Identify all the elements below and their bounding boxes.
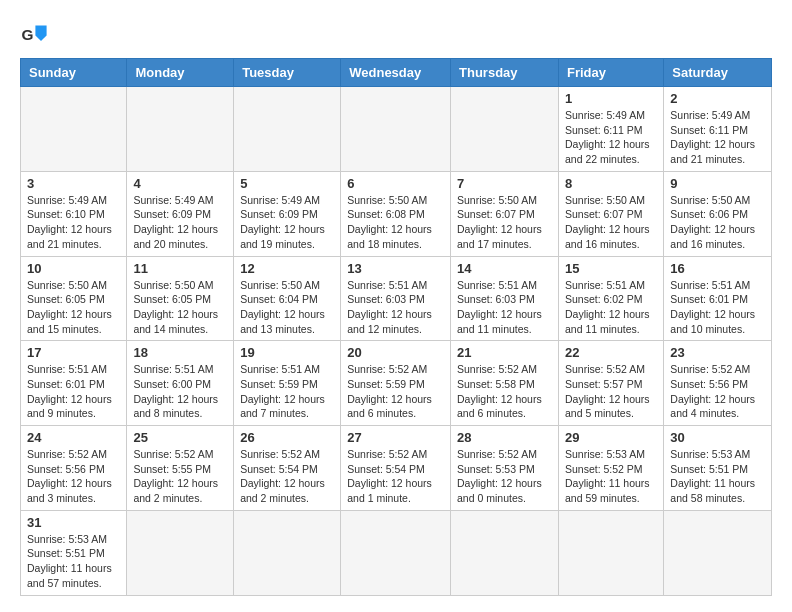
- day-info: Sunrise: 5:52 AM Sunset: 5:56 PM Dayligh…: [670, 362, 765, 421]
- calendar-cell: 27Sunrise: 5:52 AM Sunset: 5:54 PM Dayli…: [341, 426, 451, 511]
- calendar-week-row: 3Sunrise: 5:49 AM Sunset: 6:10 PM Daylig…: [21, 171, 772, 256]
- weekday-header-saturday: Saturday: [664, 59, 772, 87]
- calendar-cell: 1Sunrise: 5:49 AM Sunset: 6:11 PM Daylig…: [558, 87, 663, 172]
- calendar-cell: 24Sunrise: 5:52 AM Sunset: 5:56 PM Dayli…: [21, 426, 127, 511]
- day-number: 30: [670, 430, 765, 445]
- day-number: 29: [565, 430, 657, 445]
- day-info: Sunrise: 5:49 AM Sunset: 6:09 PM Dayligh…: [133, 193, 227, 252]
- calendar-week-row: 10Sunrise: 5:50 AM Sunset: 6:05 PM Dayli…: [21, 256, 772, 341]
- calendar-cell: 8Sunrise: 5:50 AM Sunset: 6:07 PM Daylig…: [558, 171, 663, 256]
- calendar-cell: 20Sunrise: 5:52 AM Sunset: 5:59 PM Dayli…: [341, 341, 451, 426]
- day-number: 1: [565, 91, 657, 106]
- calendar-cell: [341, 510, 451, 595]
- calendar-week-row: 24Sunrise: 5:52 AM Sunset: 5:56 PM Dayli…: [21, 426, 772, 511]
- day-info: Sunrise: 5:51 AM Sunset: 6:01 PM Dayligh…: [27, 362, 120, 421]
- calendar-cell: 3Sunrise: 5:49 AM Sunset: 6:10 PM Daylig…: [21, 171, 127, 256]
- day-number: 4: [133, 176, 227, 191]
- day-number: 22: [565, 345, 657, 360]
- calendar-cell: 31Sunrise: 5:53 AM Sunset: 5:51 PM Dayli…: [21, 510, 127, 595]
- calendar-cell: 9Sunrise: 5:50 AM Sunset: 6:06 PM Daylig…: [664, 171, 772, 256]
- day-number: 7: [457, 176, 552, 191]
- day-number: 19: [240, 345, 334, 360]
- day-number: 12: [240, 261, 334, 276]
- calendar-cell: 25Sunrise: 5:52 AM Sunset: 5:55 PM Dayli…: [127, 426, 234, 511]
- day-info: Sunrise: 5:50 AM Sunset: 6:04 PM Dayligh…: [240, 278, 334, 337]
- calendar-cell: 13Sunrise: 5:51 AM Sunset: 6:03 PM Dayli…: [341, 256, 451, 341]
- day-info: Sunrise: 5:52 AM Sunset: 5:56 PM Dayligh…: [27, 447, 120, 506]
- calendar-cell: 29Sunrise: 5:53 AM Sunset: 5:52 PM Dayli…: [558, 426, 663, 511]
- day-number: 27: [347, 430, 444, 445]
- svg-marker-1: [35, 26, 46, 41]
- day-info: Sunrise: 5:51 AM Sunset: 6:03 PM Dayligh…: [347, 278, 444, 337]
- day-info: Sunrise: 5:52 AM Sunset: 5:54 PM Dayligh…: [240, 447, 334, 506]
- day-number: 18: [133, 345, 227, 360]
- day-info: Sunrise: 5:51 AM Sunset: 6:01 PM Dayligh…: [670, 278, 765, 337]
- calendar-cell: [234, 510, 341, 595]
- calendar-cell: 26Sunrise: 5:52 AM Sunset: 5:54 PM Dayli…: [234, 426, 341, 511]
- weekday-header-tuesday: Tuesday: [234, 59, 341, 87]
- calendar-cell: [664, 510, 772, 595]
- day-info: Sunrise: 5:51 AM Sunset: 6:00 PM Dayligh…: [133, 362, 227, 421]
- day-info: Sunrise: 5:49 AM Sunset: 6:11 PM Dayligh…: [670, 108, 765, 167]
- calendar-week-row: 1Sunrise: 5:49 AM Sunset: 6:11 PM Daylig…: [21, 87, 772, 172]
- day-info: Sunrise: 5:52 AM Sunset: 5:58 PM Dayligh…: [457, 362, 552, 421]
- day-number: 26: [240, 430, 334, 445]
- day-number: 10: [27, 261, 120, 276]
- day-info: Sunrise: 5:51 AM Sunset: 6:03 PM Dayligh…: [457, 278, 552, 337]
- day-number: 16: [670, 261, 765, 276]
- day-info: Sunrise: 5:50 AM Sunset: 6:06 PM Dayligh…: [670, 193, 765, 252]
- day-number: 20: [347, 345, 444, 360]
- day-info: Sunrise: 5:52 AM Sunset: 5:57 PM Dayligh…: [565, 362, 657, 421]
- weekday-header-sunday: Sunday: [21, 59, 127, 87]
- day-number: 3: [27, 176, 120, 191]
- day-number: 28: [457, 430, 552, 445]
- calendar-table: SundayMondayTuesdayWednesdayThursdayFrid…: [20, 58, 772, 596]
- calendar-cell: 21Sunrise: 5:52 AM Sunset: 5:58 PM Dayli…: [451, 341, 559, 426]
- calendar-cell: 30Sunrise: 5:53 AM Sunset: 5:51 PM Dayli…: [664, 426, 772, 511]
- day-info: Sunrise: 5:52 AM Sunset: 5:54 PM Dayligh…: [347, 447, 444, 506]
- calendar-week-row: 17Sunrise: 5:51 AM Sunset: 6:01 PM Dayli…: [21, 341, 772, 426]
- calendar-cell: 12Sunrise: 5:50 AM Sunset: 6:04 PM Dayli…: [234, 256, 341, 341]
- calendar-cell: 6Sunrise: 5:50 AM Sunset: 6:08 PM Daylig…: [341, 171, 451, 256]
- day-number: 31: [27, 515, 120, 530]
- day-info: Sunrise: 5:50 AM Sunset: 6:05 PM Dayligh…: [27, 278, 120, 337]
- calendar-cell: 22Sunrise: 5:52 AM Sunset: 5:57 PM Dayli…: [558, 341, 663, 426]
- logo: G: [20, 20, 52, 48]
- day-number: 13: [347, 261, 444, 276]
- calendar-cell: 18Sunrise: 5:51 AM Sunset: 6:00 PM Dayli…: [127, 341, 234, 426]
- weekday-header-thursday: Thursday: [451, 59, 559, 87]
- weekday-header-wednesday: Wednesday: [341, 59, 451, 87]
- day-info: Sunrise: 5:53 AM Sunset: 5:52 PM Dayligh…: [565, 447, 657, 506]
- calendar-cell: 7Sunrise: 5:50 AM Sunset: 6:07 PM Daylig…: [451, 171, 559, 256]
- day-info: Sunrise: 5:51 AM Sunset: 5:59 PM Dayligh…: [240, 362, 334, 421]
- day-info: Sunrise: 5:52 AM Sunset: 5:53 PM Dayligh…: [457, 447, 552, 506]
- day-info: Sunrise: 5:51 AM Sunset: 6:02 PM Dayligh…: [565, 278, 657, 337]
- day-info: Sunrise: 5:52 AM Sunset: 5:59 PM Dayligh…: [347, 362, 444, 421]
- day-number: 5: [240, 176, 334, 191]
- day-number: 25: [133, 430, 227, 445]
- calendar-cell: [21, 87, 127, 172]
- day-number: 9: [670, 176, 765, 191]
- calendar-cell: [341, 87, 451, 172]
- calendar-cell: 5Sunrise: 5:49 AM Sunset: 6:09 PM Daylig…: [234, 171, 341, 256]
- day-info: Sunrise: 5:50 AM Sunset: 6:07 PM Dayligh…: [457, 193, 552, 252]
- day-info: Sunrise: 5:50 AM Sunset: 6:05 PM Dayligh…: [133, 278, 227, 337]
- day-number: 23: [670, 345, 765, 360]
- calendar-cell: [451, 87, 559, 172]
- calendar-cell: [451, 510, 559, 595]
- day-info: Sunrise: 5:49 AM Sunset: 6:10 PM Dayligh…: [27, 193, 120, 252]
- day-number: 2: [670, 91, 765, 106]
- calendar-cell: [234, 87, 341, 172]
- day-number: 15: [565, 261, 657, 276]
- weekday-header-monday: Monday: [127, 59, 234, 87]
- day-number: 14: [457, 261, 552, 276]
- svg-text:G: G: [21, 26, 33, 43]
- weekday-header-friday: Friday: [558, 59, 663, 87]
- day-number: 24: [27, 430, 120, 445]
- day-info: Sunrise: 5:53 AM Sunset: 5:51 PM Dayligh…: [670, 447, 765, 506]
- day-number: 17: [27, 345, 120, 360]
- calendar-cell: 10Sunrise: 5:50 AM Sunset: 6:05 PM Dayli…: [21, 256, 127, 341]
- day-info: Sunrise: 5:52 AM Sunset: 5:55 PM Dayligh…: [133, 447, 227, 506]
- day-number: 11: [133, 261, 227, 276]
- calendar-cell: 15Sunrise: 5:51 AM Sunset: 6:02 PM Dayli…: [558, 256, 663, 341]
